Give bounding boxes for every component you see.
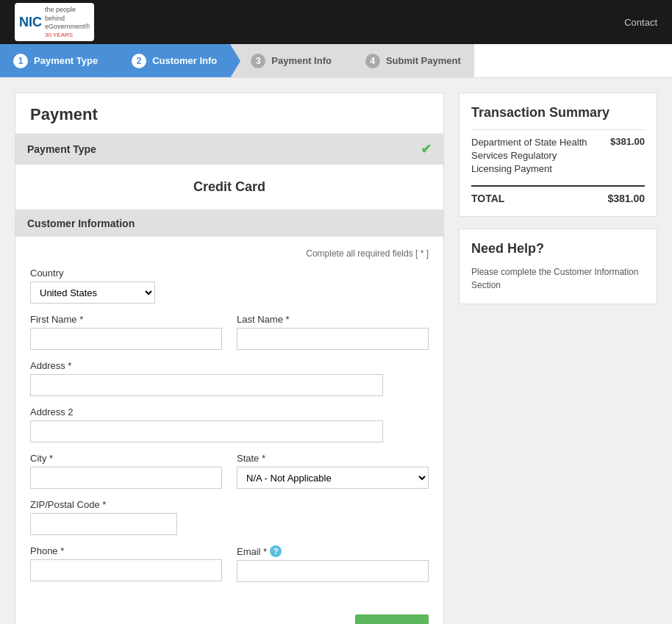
phone-label: Phone * (30, 545, 222, 556)
zip-label: ZIP/Postal Code * (30, 499, 429, 510)
state-group: State * N/A - Not Applicable AL - Alabam… (237, 453, 429, 489)
step-payment-info[interactable]: 3 Payment Info (230, 44, 345, 77)
step-label-4: Submit Payment (386, 55, 461, 66)
step-label-2: Customer Info (152, 55, 217, 66)
first-name-input[interactable] (30, 328, 222, 350)
city-label: City * (30, 453, 222, 464)
customer-info-form: Complete all required fields [ * ] Count… (15, 237, 443, 607)
credit-card-label: Credit Card (193, 179, 265, 194)
summary-total-amount: $381.00 (607, 193, 645, 204)
country-group: Country United States Canada Mexico Unit… (30, 268, 429, 304)
customer-info-section-header: Customer Information (15, 210, 443, 237)
step-customer-info[interactable]: 2 Customer Info (111, 44, 230, 77)
summary-total-label: TOTAL (471, 193, 504, 204)
main-layout: Payment Payment Type ✔ Credit Card Custo… (0, 78, 672, 624)
country-select[interactable]: United States Canada Mexico United Kingd… (30, 281, 155, 304)
email-help-icon[interactable]: ? (270, 545, 282, 557)
address2-group: Address 2 (30, 406, 429, 442)
step-payment-type[interactable]: 1 Payment Type (0, 44, 111, 77)
page-title: Payment (15, 93, 443, 134)
last-name-group: Last Name * (237, 314, 429, 350)
need-help-card: Need Help? Please complete the Customer … (459, 229, 657, 304)
nic-text: NIC (19, 15, 42, 30)
step-label-3: Payment Info (271, 55, 332, 66)
zip-input[interactable] (30, 513, 177, 535)
first-name-group: First Name * (30, 314, 222, 350)
email-label: Email * ? (237, 545, 429, 557)
step-num-2: 2 (132, 54, 146, 68)
address-input[interactable] (30, 374, 383, 396)
left-panel: Payment Payment Type ✔ Credit Card Custo… (15, 93, 444, 624)
credit-card-area: Credit Card (15, 165, 443, 210)
summary-item-row: Department of State Health Services Regu… (471, 129, 645, 182)
payment-type-checkmark: ✔ (421, 141, 432, 157)
help-title: Need Help? (471, 241, 645, 257)
last-name-label: Last Name * (237, 314, 429, 325)
summary-total-row: TOTAL $381.00 (471, 185, 645, 204)
city-group: City * (30, 453, 222, 489)
address-label: Address * (30, 360, 429, 371)
step-label-1: Payment Type (34, 55, 98, 66)
transaction-summary-card: Transaction Summary Department of State … (459, 93, 657, 217)
phone-group: Phone * (30, 545, 222, 582)
country-label: Country (30, 268, 429, 279)
logo-area: NIC the people behind eGovernment® 30 YE… (15, 3, 94, 41)
address-group: Address * (30, 360, 429, 396)
phone-email-row: Phone * Email * ? (30, 545, 429, 582)
email-group: Email * ? (237, 545, 429, 582)
right-panel: Transaction Summary Department of State … (459, 93, 657, 624)
nic-logo: NIC the people behind eGovernment® 30 YE… (15, 3, 94, 41)
contact-link[interactable]: Contact (624, 17, 657, 28)
first-name-label: First Name * (30, 314, 222, 325)
city-state-row: City * State * N/A - Not Applicable AL -… (30, 453, 429, 489)
payment-type-section-label: Payment Type (27, 143, 96, 155)
step-num-4: 4 (365, 54, 380, 68)
form-footer: Next › (15, 607, 443, 624)
address2-label: Address 2 (30, 406, 429, 417)
step-num-1: 1 (13, 54, 28, 68)
summary-title: Transaction Summary (471, 105, 645, 121)
step-submit-payment[interactable]: 4 Submit Payment (345, 44, 474, 77)
app-header: NIC the people behind eGovernment® 30 YE… (0, 0, 672, 44)
state-select[interactable]: N/A - Not Applicable AL - Alabama AK - A… (237, 467, 429, 489)
next-button[interactable]: Next › (355, 614, 429, 624)
last-name-input[interactable] (237, 328, 429, 350)
help-text: Please complete the Customer Information… (471, 265, 645, 292)
required-note: Complete all required fields [ * ] (30, 248, 429, 259)
payment-type-section-header: Payment Type ✔ (15, 134, 443, 165)
summary-item-description: Department of State Health Services Regu… (471, 136, 589, 176)
email-input[interactable] (237, 560, 429, 582)
summary-item-amount: $381.00 (610, 136, 645, 147)
address2-input[interactable] (30, 420, 383, 442)
logo-tagline: the people behind eGovernment® (45, 6, 90, 32)
customer-info-section-label: Customer Information (27, 218, 135, 229)
step-num-3: 3 (251, 54, 265, 68)
state-label: State * (237, 453, 429, 464)
breadcrumb-nav: 1 Payment Type 2 Customer Info 3 Payment… (0, 44, 672, 78)
logo-years: 30 YEARS (45, 32, 90, 38)
zip-group: ZIP/Postal Code * (30, 499, 429, 535)
name-row: First Name * Last Name * (30, 314, 429, 350)
phone-input[interactable] (30, 559, 222, 581)
city-input[interactable] (30, 467, 222, 489)
